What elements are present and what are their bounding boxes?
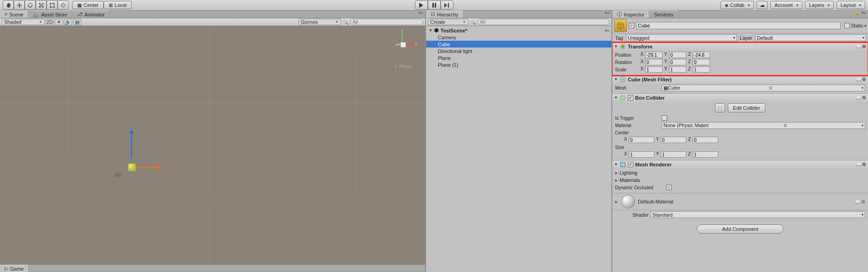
renderer-enable-checkbox[interactable] [628,162,633,167]
shader-dropdown[interactable]: Standard [650,211,865,218]
cloud-button[interactable]: ☁ [757,1,768,9]
fold-icon[interactable]: ▼ [614,77,618,81]
scene-menu-icon[interactable]: ▾≡ [605,28,610,33]
rotation-y-input[interactable] [669,59,686,65]
hier-tab-menu-icon[interactable]: ▾≡ [605,11,610,18]
hierarchy-item-plane[interactable]: Plane [426,54,611,61]
edit-collider-button[interactable]: Edit Collider [728,103,765,112]
tab-asset-store[interactable]: 🏬Asset Store [28,11,72,18]
layers-dropdown[interactable]: Layers [805,1,834,9]
step-button[interactable] [441,0,453,10]
move-origin-handle[interactable] [128,164,135,170]
position-x-input[interactable] [645,52,663,58]
rotation-z-input[interactable] [693,59,710,65]
tab-services[interactable]: Services [649,11,678,18]
transform-header[interactable]: ▼ Transform 📖⚙ [612,43,868,50]
expand-icon[interactable]: ▼ [429,28,432,32]
help-icon[interactable]: 📖 [855,199,860,204]
scene-viewport[interactable]: x z ≺ Persp [0,26,425,264]
hierarchy-item-plane1[interactable]: Plane (1) [426,61,611,68]
position-z-input[interactable] [693,52,710,58]
fold-icon[interactable]: ▼ [614,96,618,100]
gear-icon[interactable]: ⚙ [862,77,866,82]
account-dropdown[interactable]: Account [770,1,802,9]
edit-collider-mode-button[interactable]: ⬚ [715,103,725,112]
help-icon[interactable]: 📖 [856,162,861,167]
expand-lighting[interactable]: ▶ [615,171,619,175]
help-icon[interactable]: 📖 [856,77,861,82]
size-y-input[interactable] [661,151,686,158]
expand-material[interactable]: ▶ [615,200,619,204]
pause-button[interactable] [428,0,441,10]
mesh-renderer-header[interactable]: ▼ Mesh Renderer 📖⚙ [612,160,868,168]
mesh-field[interactable]: ▦Cube⊙ [662,85,865,91]
fx-toggle[interactable]: ▤ [73,19,81,25]
hand-tool[interactable] [3,0,14,10]
box-collider-header[interactable]: ▼ Box Collider 📖⚙ [612,94,868,101]
play-button[interactable] [415,0,428,10]
insp-tab-menu-icon[interactable]: 🔒 ▾≡ [855,11,866,18]
draw-mode-dropdown[interactable]: Shaded [2,19,45,25]
scale-x-input[interactable] [645,66,663,73]
gear-icon[interactable]: ⚙ [862,162,866,167]
scale-y-input[interactable] [669,66,686,73]
tab-inspector[interactable]: ⓘInspector [612,11,649,18]
light-toggle[interactable]: ☀ [55,19,63,25]
active-checkbox[interactable] [629,23,634,28]
move-x-handle[interactable] [133,167,161,168]
hierarchy-item-light[interactable]: Directional light [426,48,611,54]
is-trigger-checkbox[interactable] [662,115,667,121]
static-checkbox[interactable] [844,23,850,28]
fold-icon[interactable]: ▼ [614,44,618,48]
help-icon[interactable]: 📖 [856,95,861,100]
help-icon[interactable]: 📖 [856,44,861,49]
gear-icon[interactable]: ⚙ [862,44,866,49]
tab-game[interactable]: ▷Game [0,265,29,272]
center-z-input[interactable] [693,137,718,143]
scale-tool[interactable] [36,0,47,10]
gameobject-name-input[interactable] [636,22,841,29]
move-tool[interactable] [14,0,25,10]
gear-icon[interactable]: ⚙ [862,95,866,100]
layout-dropdown[interactable]: Layout [836,1,865,9]
object-picker-icon[interactable]: ⊙ [784,123,787,128]
gear-icon[interactable]: ⚙ [861,199,865,204]
expand-materials[interactable]: ▶ [615,178,619,182]
collider-enable-checkbox[interactable] [628,95,633,101]
center-x-input[interactable] [629,137,654,143]
pivot-center-button[interactable]: ▦Center [72,1,104,9]
orientation-gizmo[interactable]: x z [389,33,416,60]
hierarchy-item-camera[interactable]: Camera [426,34,611,41]
gizmos-dropdown[interactable]: Gizmos [299,19,341,25]
scale-z-input[interactable] [693,66,710,73]
tab-scene[interactable]: ⌗Scene [0,11,28,18]
collab-dropdown[interactable]: ◈Collab [721,1,754,9]
pivot-local-button[interactable]: ⊞Local [104,1,132,9]
tab-animator[interactable]: ⎇Animator [72,11,110,18]
projection-label[interactable]: ≺ Persp [394,64,412,69]
audio-toggle[interactable]: 🔊 [64,19,72,25]
tab-menu-icon[interactable]: ▾≡ [419,11,423,18]
center-y-input[interactable] [661,137,686,143]
tab-hierarchy[interactable]: ☷Hierarchy [426,11,463,18]
fold-icon[interactable]: ▼ [614,162,618,166]
scene-search-input[interactable] [350,19,423,25]
hierarchy-scene-row[interactable]: ▼⬢TestScene*▾≡ [426,27,611,34]
rotate-tool[interactable] [25,0,36,10]
gameobject-icon[interactable] [614,19,627,32]
transform-tool[interactable] [58,0,68,10]
rotation-x-input[interactable] [645,59,663,65]
phys-material-field[interactable]: None (Physic Materi⊙ [662,122,865,129]
size-z-input[interactable] [693,151,718,158]
layer-dropdown[interactable]: Default [755,34,866,41]
size-x-input[interactable] [629,151,654,158]
object-picker-icon[interactable]: ⊙ [769,85,773,90]
move-y-handle[interactable] [131,131,132,159]
position-y-input[interactable] [669,52,686,58]
chevron-down-icon[interactable]: ▾ [864,24,866,28]
mode-2d-toggle[interactable]: 2D [46,19,54,25]
mesh-filter-header[interactable]: ▼ Cube (Mesh Filter) 📖⚙ [612,75,868,83]
material-preview-icon[interactable] [621,195,635,208]
create-dropdown[interactable]: Create [428,19,468,25]
tag-dropdown[interactable]: Untagged [626,34,737,41]
